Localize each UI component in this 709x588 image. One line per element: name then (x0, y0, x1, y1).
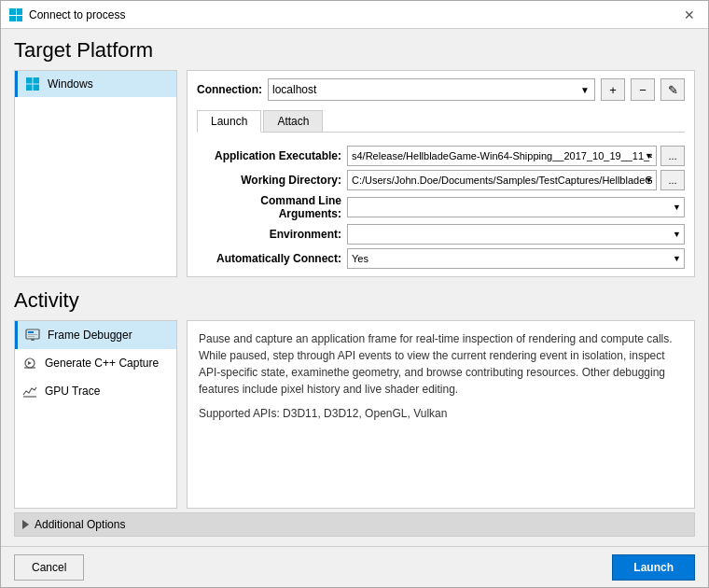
dialog-body: Target Platform Windows Conne (1, 29, 708, 546)
autoconnect-value-wrapper: Yes No ▼ (347, 248, 685, 269)
env-label: Environment: (197, 228, 341, 241)
frame-debugger-label: Frame Debugger (48, 329, 132, 342)
apis-value: D3D11, D3D12, OpenGL, Vulkan (283, 407, 447, 420)
tab-attach[interactable]: Attach (263, 110, 323, 132)
svg-rect-9 (28, 331, 34, 333)
autoconnect-label: Automatically Connect: (197, 252, 341, 265)
additional-options-bar[interactable]: Additional Options (14, 512, 695, 537)
activity-apis: Supported APIs: D3D11, D3D12, OpenGL, Vu… (199, 405, 683, 422)
executable-label: Application Executable: (197, 149, 341, 162)
workdir-label: Working Directory: (197, 174, 341, 187)
form-row-env: Environment: ▼ (197, 224, 685, 245)
frame-debugger-icon (25, 328, 40, 343)
section-title-activity: Activity (14, 288, 695, 313)
dialog-title: Connect to process (29, 8, 678, 21)
cpp-capture-icon (22, 356, 37, 371)
svg-rect-1 (17, 8, 22, 15)
activity-item-frame-debugger[interactable]: Frame Debugger (15, 321, 176, 349)
activity-item-gpu-trace[interactable]: GPU Trace (15, 377, 176, 405)
remove-connection-button[interactable]: − (631, 78, 655, 101)
workdir-browse-button[interactable]: ... (660, 170, 685, 190)
workdir-value-wrapper: C:/Users/John.Doe/Documents/Samples/Test… (347, 170, 685, 190)
cpp-capture-label: Generate C++ Capture (45, 357, 159, 370)
platform-item-label: Windows (48, 77, 93, 91)
form-row-cmdline: Command Line Arguments: ▼ (197, 194, 685, 220)
executable-browse-button[interactable]: ... (660, 146, 685, 166)
launch-button[interactable]: Launch (612, 554, 695, 581)
activity-list: Frame Debugger Generate C++ Capture (14, 320, 177, 509)
close-button[interactable]: ✕ (678, 4, 701, 26)
platform-item-windows[interactable]: Windows (15, 71, 176, 97)
svg-rect-7 (34, 85, 40, 91)
executable-value-wrapper: s4/Release/HellbladeGame-Win64-Shipping_… (347, 146, 685, 166)
autoconnect-select-wrapper: Yes No ▼ (347, 248, 685, 269)
executable-select-wrapper: s4/Release/HellbladeGame-Win64-Shipping_… (347, 146, 657, 166)
additional-options-label: Additional Options (35, 518, 125, 531)
env-select-wrapper: ▼ (347, 224, 685, 245)
connect-to-process-dialog: Connect to process ✕ Target Platform Win… (0, 0, 709, 588)
tabs: Launch Attach (197, 110, 685, 133)
target-platform-section: Windows Connection: localhost ▼ + − ✎ (14, 70, 695, 277)
svg-rect-10 (28, 334, 37, 335)
gpu-trace-label: GPU Trace (45, 385, 100, 398)
cmdline-value-wrapper: ▼ (347, 197, 685, 217)
titlebar: Connect to process ✕ (1, 1, 708, 29)
platform-list: Windows (14, 70, 177, 277)
svg-rect-11 (28, 336, 35, 337)
env-value-wrapper: ▼ (347, 224, 685, 245)
activity-section: Activity Frame Debugger (14, 288, 695, 537)
svg-rect-3 (17, 16, 22, 21)
autoconnect-select[interactable]: Yes No (347, 248, 685, 269)
expand-icon (22, 520, 29, 529)
workdir-select[interactable]: C:/Users/John.Doe/Documents/Samples/Test… (347, 170, 657, 190)
form-row-workdir: Working Directory: C:/Users/John.Doe/Doc… (197, 170, 685, 190)
svg-rect-2 (9, 16, 16, 21)
form-row-autoconnect: Automatically Connect: Yes No ▼ (197, 248, 685, 269)
windows-icon (25, 77, 40, 91)
cmdline-select-wrapper: ▼ (347, 197, 685, 217)
svg-rect-0 (9, 8, 16, 15)
tab-launch[interactable]: Launch (197, 110, 261, 133)
gpu-trace-icon (22, 384, 37, 399)
connection-select[interactable]: localhost (268, 78, 595, 101)
env-select[interactable] (347, 224, 685, 245)
footer: Cancel Launch (1, 546, 708, 587)
connection-label: Connection: (197, 83, 262, 96)
apis-label: Supported APIs: (199, 407, 280, 420)
connection-select-wrapper: localhost ▼ (268, 78, 595, 101)
workdir-select-wrapper: C:/Users/John.Doe/Documents/Samples/Test… (347, 170, 657, 190)
cmdline-label: Command Line Arguments: (197, 194, 341, 220)
svg-rect-6 (26, 85, 33, 91)
form-rows: Application Executable: s4/Release/Hellb… (197, 138, 685, 269)
edit-connection-button[interactable]: ✎ (660, 78, 685, 101)
add-connection-button[interactable]: + (601, 78, 625, 101)
activity-body: Frame Debugger Generate C++ Capture (14, 320, 695, 509)
section-title-target: Target Platform (14, 38, 695, 63)
cmdline-select[interactable] (347, 197, 685, 217)
svg-rect-5 (34, 77, 40, 84)
connection-panel: Connection: localhost ▼ + − ✎ Launch Att… (187, 70, 695, 277)
activity-description: Pause and capture an application frame f… (199, 330, 683, 398)
app-icon (8, 7, 23, 22)
cancel-button[interactable]: Cancel (14, 554, 84, 581)
activity-desc-panel: Pause and capture an application frame f… (187, 320, 695, 509)
svg-rect-4 (26, 77, 33, 84)
form-row-executable: Application Executable: s4/Release/Hellb… (197, 146, 685, 166)
activity-item-cpp-capture[interactable]: Generate C++ Capture (15, 349, 176, 377)
connection-row: Connection: localhost ▼ + − ✎ (197, 78, 685, 101)
executable-select[interactable]: s4/Release/HellbladeGame-Win64-Shipping_… (347, 146, 657, 166)
